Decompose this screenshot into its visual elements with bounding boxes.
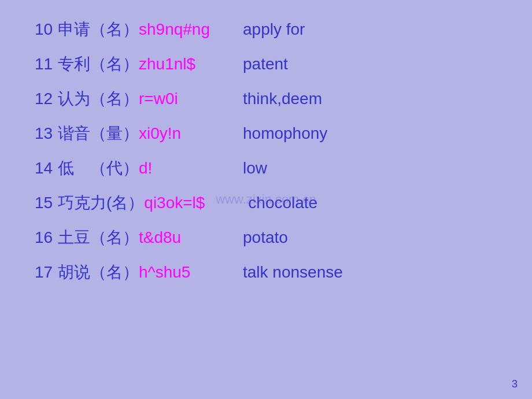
pinyin: xi0y!n xyxy=(139,121,243,146)
chinese-word: 巧克力(名） xyxy=(58,191,144,215)
chinese-word: 土豆（名） xyxy=(58,226,139,250)
chinese-word: 专利（名） xyxy=(58,52,139,76)
chinese-word: 申请（名） xyxy=(58,17,139,42)
table-row: 17胡说（名）h^shu5talk nonsense xyxy=(35,260,497,285)
row-number: 17 xyxy=(35,260,58,285)
table-row: 14低 （代）d!low xyxy=(35,156,497,180)
row-number: 13 xyxy=(35,121,58,146)
table-row: 12认为（名）r=w0ithink,deem xyxy=(35,87,497,111)
pinyin: h^shu5 xyxy=(139,260,243,285)
page-number: 3 xyxy=(512,378,518,390)
pinyin: qi3ok=l$ xyxy=(144,191,248,215)
english-translation: low xyxy=(243,156,267,180)
table-row: 10申请（名）sh9nq#ngapply for xyxy=(35,17,497,42)
chinese-word: 胡说（名） xyxy=(58,260,139,285)
pinyin: zhu1nl$ xyxy=(139,52,243,76)
table-row: 13谐音（量）xi0y!nhomophony xyxy=(35,121,497,146)
row-number: 12 xyxy=(35,87,58,111)
english-translation: talk nonsense xyxy=(243,260,343,285)
row-number: 10 xyxy=(35,17,58,42)
table-row: 16土豆（名）t&d8upotato xyxy=(35,226,497,250)
english-translation: patent xyxy=(243,52,288,76)
row-number: 11 xyxy=(35,52,58,76)
pinyin: sh9nq#ng xyxy=(139,17,243,42)
english-translation: potato xyxy=(243,226,288,250)
chinese-word: 谐音（量） xyxy=(58,121,139,146)
table-row: 15巧克力(名）qi3ok=l$chocolate xyxy=(35,191,497,215)
chinese-word: 认为（名） xyxy=(58,87,139,111)
english-translation: chocolate xyxy=(248,191,317,215)
chinese-word: 低 （代） xyxy=(58,156,139,180)
english-translation: homophony xyxy=(243,121,327,146)
table-row: 11专利（名）zhu1nl$patent xyxy=(35,52,497,76)
pinyin: d! xyxy=(139,156,243,180)
row-number: 16 xyxy=(35,226,58,250)
row-number: 14 xyxy=(35,156,58,180)
main-content: 10申请（名）sh9nq#ngapply for11专利（名）zhu1nl$pa… xyxy=(0,0,532,312)
pinyin: t&d8u xyxy=(139,226,243,250)
row-number: 15 xyxy=(35,191,58,215)
english-translation: think,deem xyxy=(243,87,322,111)
pinyin: r=w0i xyxy=(139,87,243,111)
english-translation: apply for xyxy=(243,17,305,42)
